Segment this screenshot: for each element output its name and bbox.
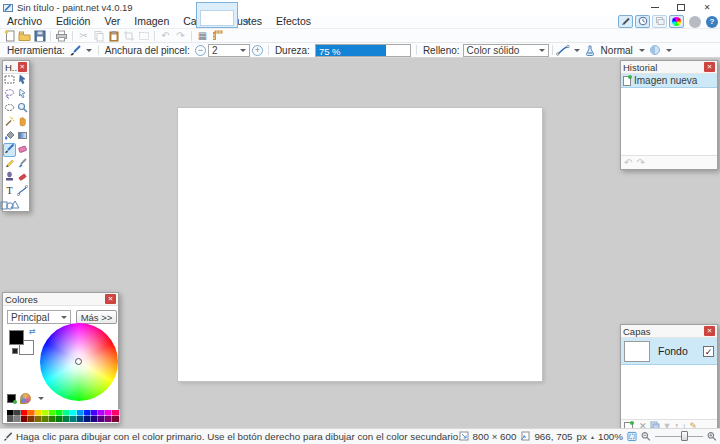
palette-swatch[interactable] <box>21 416 28 422</box>
fill-style-combo[interactable]: Color sólido <box>463 44 549 57</box>
tool-pencil[interactable] <box>3 157 16 171</box>
recent-color-icon[interactable] <box>7 394 16 403</box>
wheel-selector-ring[interactable] <box>75 358 82 365</box>
blend-overlap-chevron[interactable] <box>666 49 672 52</box>
help-icon[interactable]: ? <box>706 16 718 28</box>
brush-width-combo[interactable]: 2 <box>208 44 250 57</box>
palette-swatch[interactable] <box>70 416 77 422</box>
history-close-button[interactable]: ✕ <box>704 62 715 72</box>
swap-colors-icon[interactable]: ⇄ <box>29 327 36 336</box>
antialiasing-flask-icon[interactable] <box>583 44 598 57</box>
palette-swatch[interactable] <box>35 416 42 422</box>
tool-ellipse-select[interactable] <box>3 102 16 116</box>
tool-recolor[interactable] <box>16 171 29 185</box>
stroke-style-chevron[interactable] <box>574 49 580 52</box>
tool-color-picker[interactable] <box>16 157 29 171</box>
layer-row-fondo[interactable]: Fondo ✓ <box>621 338 717 365</box>
maximize-button[interactable] <box>668 0 694 15</box>
layers-panel-titlebar[interactable]: Capas ✕ <box>621 325 717 338</box>
tool-paint-bucket[interactable] <box>3 129 16 143</box>
tool-magic-wand[interactable] <box>3 115 16 129</box>
tools-panel-titlebar[interactable]: H... ✕ <box>3 61 29 74</box>
pixel-grid-button[interactable]: ▦ <box>195 29 210 42</box>
blend-mode-value[interactable]: Normal <box>601 45 633 56</box>
palette-swatch[interactable] <box>28 416 35 422</box>
new-document-button[interactable] <box>2 29 17 42</box>
zoom-fit-window-button[interactable] <box>627 431 637 441</box>
tool-text[interactable]: T <box>3 184 16 198</box>
tool-clone-stamp[interactable] <box>3 171 16 185</box>
colors-panel-titlebar[interactable]: Colores ✕ <box>3 293 118 306</box>
stroke-style-icon[interactable] <box>556 44 571 57</box>
tool-lasso-select[interactable] <box>3 88 16 102</box>
minimize-button[interactable] <box>642 0 668 15</box>
zoom-level-value[interactable]: 100% <box>598 431 623 442</box>
rulers-button[interactable] <box>210 29 225 42</box>
palette-swatch[interactable] <box>112 416 119 422</box>
zoom-in-button[interactable] <box>707 431 717 441</box>
layers-window-toggle[interactable] <box>652 15 667 28</box>
units-spinner-icon[interactable]: ▴ <box>591 433 594 440</box>
tool-paintbrush[interactable] <box>3 143 16 157</box>
blend-overlap-icon[interactable] <box>648 44 663 57</box>
paste-button[interactable] <box>106 29 121 42</box>
image-list-chevron-icon[interactable]: ▾ <box>241 16 253 28</box>
color-wheel[interactable] <box>40 323 118 401</box>
layer-visibility-checkbox[interactable]: ✓ <box>703 346 714 357</box>
undo-button[interactable]: ↶ <box>158 29 173 42</box>
palette-swatch[interactable] <box>63 416 70 422</box>
menu-efectos[interactable]: Efectos <box>269 15 318 28</box>
colors-window-toggle[interactable] <box>669 15 684 28</box>
palette-swatch[interactable] <box>91 416 98 422</box>
width-increase-button[interactable]: + <box>252 45 263 56</box>
palette-swatch[interactable] <box>7 416 14 422</box>
close-button[interactable]: ✕ <box>694 0 720 15</box>
open-file-button[interactable] <box>17 29 32 42</box>
color-mode-select[interactable]: Principal <box>7 310 71 324</box>
menu-imagen[interactable]: Imagen <box>127 15 176 28</box>
drawing-canvas[interactable] <box>178 108 542 381</box>
palette-swatch[interactable] <box>84 416 91 422</box>
palette-swatch[interactable] <box>77 416 84 422</box>
deselect-button[interactable] <box>136 29 151 42</box>
palette-menu-chevron[interactable] <box>38 397 44 400</box>
primary-color-swatch[interactable] <box>9 330 24 345</box>
history-window-toggle[interactable] <box>635 15 650 28</box>
history-redo-icon[interactable]: ↷ <box>636 158 644 168</box>
history-undo-icon[interactable]: ↶ <box>624 158 632 168</box>
zoom-slider[interactable] <box>655 430 703 442</box>
redo-button[interactable]: ↷ <box>173 29 188 42</box>
colors-close-button[interactable]: ✕ <box>105 294 116 304</box>
palette-swatch[interactable] <box>105 416 112 422</box>
tool-shapes[interactable] <box>3 198 16 212</box>
current-tool-brush-icon[interactable] <box>68 44 83 57</box>
zoom-slider-thumb[interactable] <box>681 431 688 441</box>
history-item-imagen-nueva[interactable]: Imagen nueva <box>621 74 717 88</box>
zoom-out-button[interactable] <box>641 431 651 441</box>
tools-window-toggle[interactable] <box>618 15 633 28</box>
palette-swatch[interactable] <box>42 416 49 422</box>
cut-button[interactable]: ✂ <box>76 29 91 42</box>
menu-edicion[interactable]: Edición <box>49 15 97 28</box>
palette-swatch[interactable] <box>14 416 21 422</box>
copy-button[interactable] <box>91 29 106 42</box>
palette-menu-icon[interactable] <box>20 393 31 404</box>
hardness-slider[interactable]: 75 % <box>315 44 411 57</box>
save-button[interactable] <box>32 29 47 42</box>
more-colors-button[interactable]: Más >> <box>76 310 117 324</box>
tool-gradient[interactable] <box>16 129 29 143</box>
tool-pan[interactable] <box>16 115 29 129</box>
tool-dropdown-chevron[interactable] <box>86 49 92 52</box>
tools-close-button[interactable]: ✕ <box>18 62 27 72</box>
tool-move-selection[interactable] <box>16 88 29 102</box>
width-decrease-button[interactable]: − <box>195 45 206 56</box>
tool-eraser[interactable] <box>16 143 29 157</box>
open-image-thumbnail[interactable] <box>196 2 238 28</box>
menu-archivo[interactable]: Archivo <box>0 15 49 28</box>
layers-close-button[interactable]: ✕ <box>704 326 715 336</box>
palette-swatch[interactable] <box>49 416 56 422</box>
tool-rectangle-select[interactable] <box>3 74 16 88</box>
palette-swatch[interactable] <box>98 416 105 422</box>
tool-move-selected-pixels[interactable] <box>16 74 29 88</box>
settings-gear-icon[interactable] <box>689 16 701 28</box>
